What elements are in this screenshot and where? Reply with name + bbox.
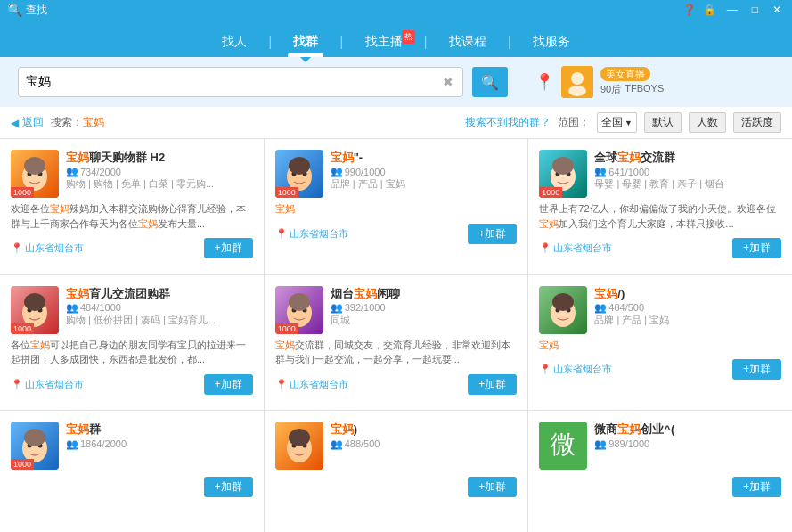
user-tag: 美女直播 — [600, 68, 664, 81]
people-icon: 👥 — [594, 438, 607, 450]
dropdown-icon: ▼ — [625, 119, 633, 127]
search-keyword-display: 搜索：宝妈 — [51, 115, 104, 130]
group-card: 宝妈/) 👥 484/500 品牌 | 产品 | 宝妈 宝妈 📍 山东省烟台市 … — [528, 275, 792, 411]
group-name: 宝妈"- — [331, 150, 518, 166]
nav-find-service[interactable]: 找服务 — [511, 27, 592, 57]
group-name: 宝妈) — [331, 422, 518, 438]
group-name: 宝妈育儿交流团购群 — [66, 286, 253, 302]
group-avatar: 1000 — [11, 286, 59, 334]
join-group-button[interactable]: +加群 — [732, 477, 781, 497]
people-icon: 👥 — [594, 302, 607, 314]
join-group-button[interactable]: +加群 — [468, 374, 517, 395]
group-avatar: 微 — [539, 422, 587, 470]
group-card: 1000 宝妈群 👥 1864/2000 +加群 — [0, 411, 264, 532]
group-description: 各位宝妈可以把自己身边的朋友同学有宝贝的拉进来一起拼团！人多成团快，东西都是批发… — [11, 338, 253, 367]
join-group-button[interactable]: +加群 — [468, 224, 517, 244]
member-badge: 1000 — [539, 187, 562, 198]
card-footer: 📍 山东省烟台市 +加群 — [11, 238, 253, 258]
back-label: 返回 — [22, 115, 44, 130]
group-name: 微商宝妈创业^( — [594, 422, 781, 438]
nav-find-group[interactable]: 找群 — [272, 27, 339, 57]
nav-find-streamer[interactable]: 找主播 热 — [344, 27, 424, 57]
back-button[interactable]: ◀ 返回 — [11, 115, 44, 130]
svg-text:微: 微 — [551, 430, 576, 458]
join-group-button[interactable]: +加群 — [204, 477, 253, 497]
group-tags: 品牌 | 产品 | 宝妈 — [594, 314, 781, 327]
location-pin-icon: 📍 — [11, 242, 23, 254]
nav-find-course-label: 找课程 — [449, 34, 486, 50]
lock-icon[interactable]: 🔒 — [703, 4, 716, 16]
search-input[interactable] — [26, 75, 441, 89]
group-tags: 同城 — [331, 314, 518, 327]
maximize-button[interactable]: □ — [748, 4, 762, 16]
sort-activity[interactable]: 活跃度 — [733, 112, 781, 133]
results-grid: 1000 宝妈聊天购物群 H2 👥 734/2000 购物 | 购物 | 免单 … — [0, 139, 792, 532]
svg-point-2 — [568, 86, 586, 96]
card-header: 1000 宝妈"- 👥 990/1000 品牌 | 产品 | 宝妈 — [275, 150, 518, 198]
card-footer: 📍 山东省烟台市 +加群 — [275, 224, 518, 244]
group-description: 宝妈交流群，同城交友，交流育儿经验，非常欢迎到本群与我们一起交流，一起分享，一起… — [275, 338, 518, 367]
join-group-button[interactable]: +加群 — [468, 477, 517, 497]
group-card: 1000 宝妈"- 👥 990/1000 品牌 | 产品 | 宝妈 宝妈 📍 山… — [265, 139, 528, 274]
people-icon: 👥 — [66, 438, 78, 450]
card-info: 宝妈育儿交流团购群 👥 484/1000 购物 | 低价拼团 | 凑码 | 宝妈… — [66, 286, 253, 327]
close-button[interactable]: ✕ — [769, 4, 785, 16]
group-card: 微 微商宝妈创业^( 👥 989/1000 +加群 — [528, 411, 792, 532]
group-card: 1000 宝妈聊天购物群 H2 👥 734/2000 购物 | 购物 | 免单 … — [0, 139, 264, 274]
group-tags: 母婴 | 母婴 | 教育 | 亲子 | 烟台 — [594, 177, 781, 191]
sort-members[interactable]: 人数 — [689, 112, 726, 133]
nav-find-group-label: 找群 — [293, 34, 318, 50]
no-result-link[interactable]: 搜索不到我的群？ — [465, 115, 551, 130]
svg-point-42 — [289, 429, 310, 446]
location-pin-icon: 📍 — [539, 364, 551, 375]
svg-point-17 — [552, 157, 574, 175]
card-header: 1000 烟台宝妈闲聊 👥 392/1000 同城 — [275, 286, 518, 334]
member-count: 👥 734/2000 — [66, 166, 253, 177]
user-info-group: 美女直播 90后 TFBOYS — [600, 68, 664, 96]
search-button[interactable]: 🔍 — [472, 67, 508, 97]
group-card: 1000 烟台宝妈闲聊 👥 392/1000 同城 宝妈交流群，同城交友，交流育… — [265, 275, 528, 411]
people-icon: 👥 — [331, 438, 343, 450]
join-group-button[interactable]: +加群 — [204, 238, 253, 258]
nav-find-course[interactable]: 找课程 — [428, 27, 508, 57]
card-footer: +加群 — [11, 477, 253, 497]
hot-badge: 热 — [402, 30, 415, 44]
card-header: 1000 宝妈聊天购物群 H2 👥 734/2000 购物 | 购物 | 免单 … — [11, 150, 253, 198]
card-info: 宝妈) 👥 488/500 — [331, 422, 518, 449]
group-name: 宝妈/) — [594, 286, 781, 302]
location-pin-icon: 📍 — [275, 228, 288, 240]
window-controls: ❓ 🔒 — □ ✕ — [682, 4, 785, 16]
card-footer: 📍 山东省烟台市 +加群 — [275, 374, 518, 395]
location-icon: 📍 — [535, 72, 554, 92]
people-icon: 👥 — [594, 166, 607, 177]
group-card: 1000 宝妈育儿交流团购群 👥 484/1000 购物 | 低价拼团 | 凑码… — [0, 275, 264, 411]
minimize-button[interactable]: — — [723, 4, 741, 16]
join-group-button[interactable]: +加群 — [732, 238, 781, 258]
group-location: 📍 山东省烟台市 — [275, 227, 348, 241]
svg-point-27 — [289, 293, 310, 311]
card-info: 烟台宝妈闲聊 👥 392/1000 同城 — [331, 286, 518, 327]
member-badge: 1000 — [275, 187, 298, 198]
people-icon: 👥 — [331, 302, 343, 314]
search-bar: ✖ 🔍 📍 美女直播 90后 TFBOYS — [0, 57, 792, 107]
nav-find-people[interactable]: 找人 — [200, 27, 268, 57]
card-info: 宝妈群 👥 1864/2000 — [66, 422, 253, 449]
group-tags: 品牌 | 产品 | 宝妈 — [331, 177, 518, 191]
range-select[interactable]: 全国 ▼ — [597, 112, 637, 133]
sort-default[interactable]: 默认 — [644, 112, 682, 133]
nav-bar: 找人 | 找群 | 找主播 热 | 找课程 | 找服务 — [0, 20, 792, 57]
people-icon: 👥 — [66, 302, 78, 314]
join-group-button[interactable]: +加群 — [204, 374, 253, 395]
group-avatar — [275, 422, 323, 470]
member-count: 👥 392/1000 — [331, 302, 518, 314]
card-info: 微商宝妈创业^( 👥 989/1000 — [594, 422, 781, 449]
card-info: 宝妈/) 👥 484/500 品牌 | 产品 | 宝妈 — [594, 286, 781, 327]
join-group-button[interactable]: +加群 — [732, 359, 781, 380]
group-description: 宝妈 — [539, 338, 781, 353]
range-label: 范围： — [558, 115, 590, 130]
card-footer: 📍 山东省烟台市 +加群 — [11, 374, 253, 395]
clear-button[interactable]: ✖ — [441, 73, 455, 91]
search-input-wrapper: ✖ — [18, 67, 463, 97]
card-footer: +加群 — [275, 477, 518, 497]
help-icon[interactable]: ❓ — [682, 4, 696, 16]
